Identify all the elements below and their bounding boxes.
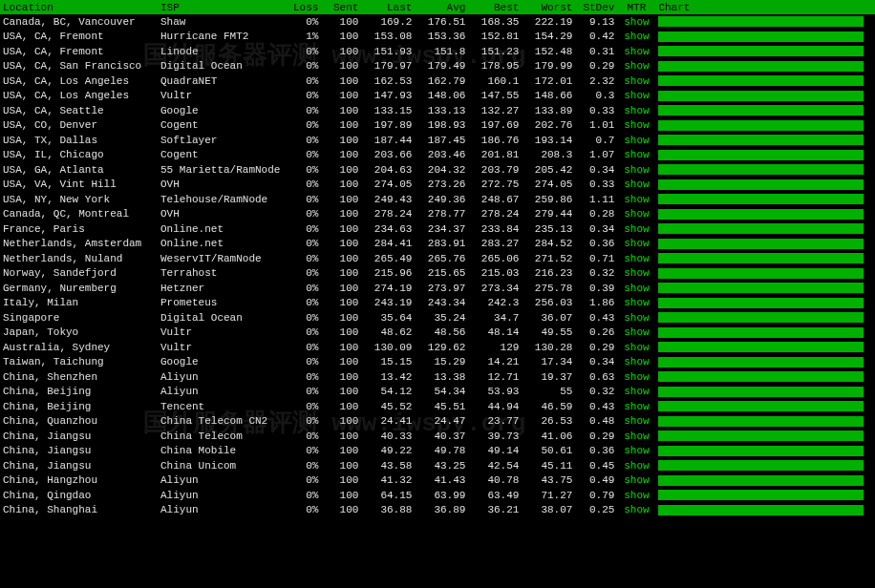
chart-bar	[658, 164, 864, 175]
cell-sent: 100	[321, 385, 361, 400]
cell-best: 178.95	[468, 59, 522, 74]
cell-worst: 133.89	[522, 103, 575, 118]
mtr-show-link[interactable]: show	[617, 369, 655, 385]
chart-bar	[658, 490, 864, 500]
cell-chart	[655, 162, 875, 178]
mtr-show-link[interactable]: show	[617, 296, 655, 311]
cell-best: 132.27	[468, 103, 522, 118]
cell-location: USA, CA, Los Angeles	[0, 74, 158, 89]
cell-worst: 55	[522, 385, 575, 400]
cell-location: Norway, Sandefjord	[0, 266, 158, 282]
mtr-show-link[interactable]: show	[617, 251, 655, 266]
mtr-show-link[interactable]: show	[617, 488, 655, 503]
cell-avg: 36.89	[415, 503, 468, 518]
cell-worst: 154.29	[522, 30, 575, 45]
cell-chart	[655, 444, 875, 459]
mtr-show-link[interactable]: show	[617, 266, 655, 282]
cell-best: 63.49	[468, 488, 522, 503]
mtr-show-link[interactable]: show	[617, 178, 655, 193]
table-row: USA, NY, New YorkTelehouse/RamNode0%1002…	[0, 192, 875, 207]
cell-chart	[655, 30, 875, 45]
cell-stdev: 0.45	[575, 458, 617, 473]
cell-location: USA, IL, Chicago	[0, 148, 158, 163]
mtr-show-link[interactable]: show	[617, 444, 655, 459]
table-row: China, ShenzhenAliyun0%10013.4213.3812.7…	[0, 369, 875, 385]
cell-best: 39.73	[468, 429, 522, 444]
cell-location: USA, CA, Seattle	[0, 103, 158, 118]
mtr-show-link[interactable]: show	[617, 103, 655, 118]
cell-loss: 0%	[283, 103, 321, 118]
cell-location: China, Beijing	[0, 385, 158, 400]
cell-sent: 100	[321, 74, 361, 89]
mtr-show-link[interactable]: show	[617, 207, 655, 222]
cell-location: Canada, BC, Vancouver	[0, 14, 158, 30]
mtr-show-link[interactable]: show	[617, 310, 655, 326]
mtr-show-link[interactable]: show	[617, 74, 655, 89]
cell-stdev: 0.29	[575, 59, 617, 74]
mtr-show-link[interactable]: show	[617, 340, 655, 355]
cell-last: 179.97	[361, 59, 415, 74]
mtr-show-link[interactable]: show	[617, 385, 655, 400]
cell-worst: 208.3	[522, 148, 575, 163]
cell-avg: 265.76	[415, 251, 468, 266]
chart-bar	[658, 430, 864, 441]
cell-avg: 243.34	[415, 296, 468, 311]
mtr-show-link[interactable]: show	[617, 473, 655, 489]
cell-worst: 36.07	[522, 310, 575, 326]
table-row: Norway, SandefjordTerrahost0%100215.9621…	[0, 266, 875, 282]
cell-sent: 100	[321, 503, 361, 518]
cell-sent: 100	[321, 192, 361, 207]
mtr-show-link[interactable]: show	[617, 148, 655, 163]
cell-avg: 45.51	[415, 399, 468, 414]
table-row: Canada, QC, MontrealOVH0%100278.24278.77…	[0, 207, 875, 222]
cell-location: Germany, Nuremberg	[0, 281, 158, 296]
mtr-show-link[interactable]: show	[617, 192, 655, 207]
cell-stdev: 0.49	[575, 473, 617, 489]
mtr-show-link[interactable]: show	[617, 162, 655, 178]
mtr-show-link[interactable]: show	[617, 59, 655, 74]
mtr-show-link[interactable]: show	[617, 429, 655, 444]
mtr-show-link[interactable]: show	[617, 399, 655, 414]
cell-best: 48.14	[468, 326, 522, 341]
mtr-show-link[interactable]: show	[617, 458, 655, 473]
cell-avg: 179.49	[415, 59, 468, 74]
mtr-show-link[interactable]: show	[617, 221, 655, 237]
cell-stdev: 2.32	[575, 74, 617, 89]
cell-isp: OVH	[158, 207, 283, 222]
table-row: USA, CA, FremontHurricane FMT21%100153.0…	[0, 30, 875, 45]
mtr-show-link[interactable]: show	[617, 237, 655, 252]
mtr-show-link[interactable]: show	[617, 326, 655, 341]
cell-avg: 153.36	[415, 30, 468, 45]
mtr-show-link[interactable]: show	[617, 89, 655, 104]
cell-loss: 0%	[283, 473, 321, 489]
table-row: China, JiangsuChina Unicom0%10043.5843.2…	[0, 458, 875, 473]
cell-avg: 48.56	[415, 326, 468, 341]
cell-last: 13.42	[361, 369, 415, 385]
chart-bar	[658, 150, 864, 160]
cell-last: 151.93	[361, 44, 415, 59]
table-row: China, QingdaoAliyun0%10064.1563.9963.49…	[0, 488, 875, 503]
header-isp: ISP	[158, 0, 283, 14]
cell-last: 24.41	[361, 414, 415, 430]
cell-location: Singapore	[0, 310, 158, 326]
cell-sent: 100	[321, 103, 361, 118]
mtr-show-link[interactable]: show	[617, 355, 655, 370]
table-row: USA, VA, Vint HillOVH0%100274.05273.2627…	[0, 178, 875, 193]
cell-best: 201.81	[468, 148, 522, 163]
mtr-show-link[interactable]: show	[617, 133, 655, 148]
cell-worst: 279.44	[522, 207, 575, 222]
mtr-show-link[interactable]: show	[617, 44, 655, 59]
table-body: Canada, BC, VancouverShaw0%100169.2176.5…	[0, 14, 875, 517]
cell-chart	[655, 281, 875, 296]
chart-bar	[658, 239, 864, 249]
mtr-show-link[interactable]: show	[617, 14, 655, 30]
cell-last: 147.93	[361, 89, 415, 104]
cell-avg: 15.29	[415, 355, 468, 370]
mtr-show-link[interactable]: show	[617, 30, 655, 45]
mtr-show-link[interactable]: show	[617, 414, 655, 430]
cell-worst: 222.19	[522, 14, 575, 30]
mtr-show-link[interactable]: show	[617, 281, 655, 296]
cell-location: Netherlands, Nuland	[0, 251, 158, 266]
mtr-show-link[interactable]: show	[617, 503, 655, 518]
mtr-show-link[interactable]: show	[617, 118, 655, 134]
